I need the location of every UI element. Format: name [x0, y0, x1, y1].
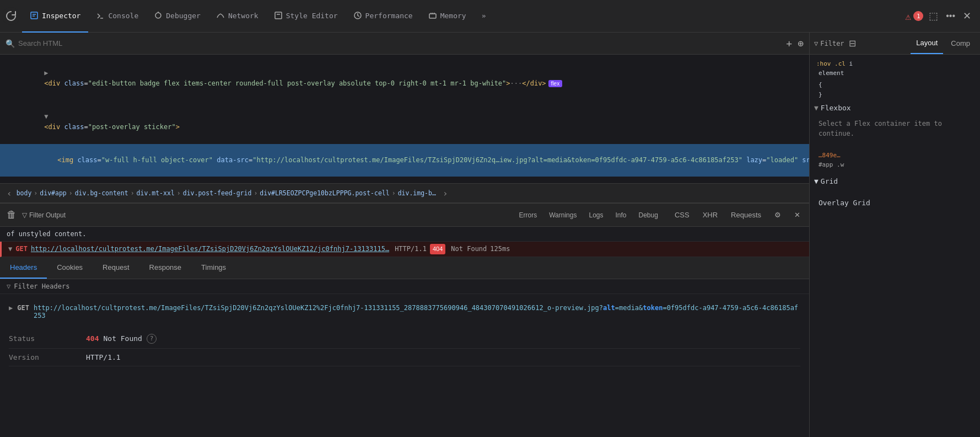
console-right-buttons: CSS XHR Requests ⚙ ✕: [670, 209, 805, 221]
bc-divid[interactable]: div#LR5EOZPCPge10bzLPPPG.post-cell: [260, 189, 389, 197]
element-hint: element: [814, 68, 976, 78]
xhr-filter-button[interactable]: XHR: [698, 209, 722, 221]
svg-rect-10: [275, 12, 282, 19]
network-url-link[interactable]: http://localhost/cultprotest.me/ImageFil…: [31, 244, 389, 254]
tab-request[interactable]: Request: [93, 258, 139, 279]
full-left-panel: 🔍 + ⊕ ▶ <div class="edit-button badge fl…: [0, 33, 809, 437]
request-url-row: ▶ GET http://localhost/cultprotest.me/Im…: [9, 301, 800, 323]
css-filter-button[interactable]: CSS: [670, 209, 694, 221]
tab-layout[interactable]: Layout: [911, 33, 943, 54]
status-help-button[interactable]: ?: [147, 334, 157, 344]
tab-inspector-label: Inspector: [42, 12, 80, 20]
filter-output-button[interactable]: ▽ Filter Output: [22, 211, 66, 219]
tab-headers[interactable]: Headers: [0, 258, 47, 279]
get-row-expand[interactable]: ▼: [8, 244, 12, 254]
pick-element-button[interactable]: ⊕: [798, 38, 804, 49]
grid-label: Grid: [821, 177, 838, 185]
html-line-3-selected[interactable]: <img class="w-full h-full object-cover" …: [0, 144, 809, 177]
network-error-row: ▼ GET http://localhost/cultprotest.me/Im…: [0, 242, 809, 257]
tab-performance[interactable]: Performance: [346, 0, 421, 33]
tab-console[interactable]: Console: [88, 0, 146, 33]
tab-cookies[interactable]: Cookies: [47, 258, 93, 279]
flexbox-section: ▼ Flexbox Select a Flex container item t…: [814, 102, 976, 143]
tab-memory[interactable]: Memory: [421, 0, 474, 33]
filter-warnings-button[interactable]: Warnings: [545, 209, 581, 221]
filter-errors-button[interactable]: Errors: [515, 209, 542, 221]
request-method-label: GET: [17, 304, 29, 312]
bc-divpostfeedgrid[interactable]: div.post-feed-grid: [183, 189, 252, 197]
requests-filter-button[interactable]: Requests: [726, 209, 766, 221]
svg-line-7: [218, 14, 220, 15]
overlay-grid-label: Overlay Grid: [814, 194, 976, 211]
status-not-found-text: Not Found: [103, 334, 142, 343]
main-area: 🔍 + ⊕ ▶ <div class="edit-button badge fl…: [0, 33, 980, 437]
grid-section: ▼ Grid: [814, 175, 976, 188]
hover-indicator: :hov .cl i: [814, 59, 976, 68]
not-found-label: Not Found: [451, 244, 487, 254]
request-full-url: http://localhost/cultprotest.me/ImageFil…: [34, 304, 800, 319]
bc-divapp[interactable]: div#app: [40, 189, 66, 197]
tab-network[interactable]: Network: [208, 0, 266, 33]
clear-console-button[interactable]: 🗑: [4, 207, 19, 223]
filter-info-button[interactable]: Info: [611, 209, 631, 221]
breadcrumb-forward[interactable]: ›: [440, 188, 450, 199]
main-toolbar: Inspector Console Debugger Network Style…: [0, 0, 980, 33]
svg-rect-0: [31, 12, 37, 19]
grid-chevron-icon: ▼: [814, 177, 819, 185]
side-val1: …849e…: [819, 152, 841, 159]
status-row: Status 404 Not Found ?: [9, 329, 800, 349]
filter-logs-button[interactable]: Logs: [584, 209, 607, 221]
filter-headers-label: Filter Headers: [14, 283, 69, 290]
html-line-2[interactable]: ▼ <div class="post-overlay sticker">: [0, 100, 809, 144]
tab-response[interactable]: Response: [139, 258, 192, 279]
tab-style-editor[interactable]: Style Editor: [266, 0, 346, 33]
tab-debugger[interactable]: Debugger: [146, 0, 208, 33]
version-label: Version: [9, 353, 86, 361]
error-badge-button[interactable]: ⚠ 1: [905, 10, 923, 22]
more-options-button[interactable]: •••: [944, 9, 957, 23]
tab-comp[interactable]: Comp: [945, 33, 976, 54]
url-alt-param: alt: [603, 304, 615, 312]
status-value: 404 Not Found ?: [86, 334, 800, 344]
svg-line-8: [220, 14, 223, 15]
console-close-button[interactable]: ✕: [790, 209, 805, 221]
url-row-expand[interactable]: ▶: [9, 304, 13, 312]
console-info-line: of unstyled content.: [0, 227, 809, 242]
search-html-input[interactable]: [18, 39, 783, 47]
add-node-button[interactable]: +: [786, 38, 792, 49]
filter-debug-button[interactable]: Debug: [634, 209, 663, 221]
flexbox-chevron-icon: ▼: [814, 104, 819, 112]
tab-performance-label: Performance: [365, 12, 413, 20]
html-line-1[interactable]: ▶ <div class="edit-button badge flex ite…: [0, 57, 809, 100]
tab-memory-label: Memory: [440, 12, 466, 20]
bc-divmtxxl[interactable]: div.mt-xxl: [137, 189, 175, 197]
svg-rect-13: [429, 14, 436, 18]
bc-body[interactable]: body: [17, 189, 32, 197]
more-tabs-button[interactable]: »: [474, 0, 494, 33]
bc-divbgcontent[interactable]: div.bg-content: [75, 189, 128, 197]
version-row: Version HTTP/1.1: [9, 349, 800, 366]
grid-section-header[interactable]: ▼ Grid: [814, 175, 976, 188]
reload-icon[interactable]: [2, 7, 20, 25]
right-filter-icon: ▽ Filter: [814, 40, 844, 47]
layout-view-button[interactable]: ⊟: [847, 36, 858, 51]
filter-headers-bar: ▽ Filter Headers: [0, 279, 809, 294]
close-devtools-button[interactable]: ✕: [961, 8, 973, 24]
tab-console-label: Console: [108, 12, 138, 20]
tab-inspector[interactable]: Inspector: [22, 0, 88, 33]
console-settings-button[interactable]: ⚙: [770, 209, 785, 221]
flexbox-section-header[interactable]: ▼ Flexbox: [814, 102, 976, 114]
responsive-design-button[interactable]: ⬚: [927, 8, 940, 24]
console-content: of unstyled content. ▼ GET http://localh…: [0, 227, 809, 437]
get-method-label: GET: [15, 244, 28, 254]
network-detail-tabs: Headers Cookies Request Response Timings: [0, 257, 809, 279]
flexbox-label: Flexbox: [821, 104, 851, 112]
right-content: :hov .cl i element { } ▼ Flexbox Select …: [810, 55, 980, 437]
bc-divimg[interactable]: div.img-b…: [398, 189, 436, 197]
error-count-badge: 1: [913, 11, 923, 21]
breadcrumb-back[interactable]: ‹: [4, 188, 14, 199]
search-bar: 🔍 + ⊕: [0, 33, 809, 55]
tab-timings[interactable]: Timings: [191, 258, 236, 279]
status-404-badge: 404: [430, 244, 445, 254]
protocol-label: HTTP/1.1: [395, 244, 427, 254]
